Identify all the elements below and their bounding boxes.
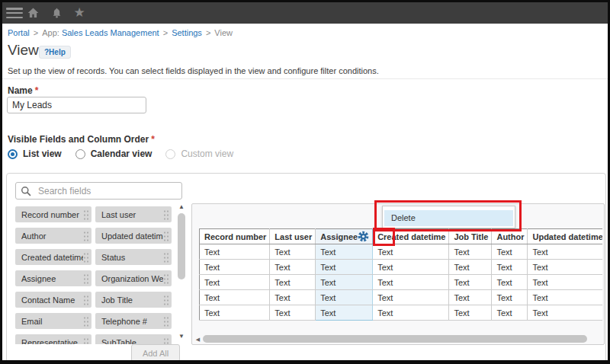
field-chip-label: Organization Website [101,274,163,283]
breadcrumb-item-sales-leads-management[interactable]: Sales Leads Management [62,28,159,37]
view-type-radio-group: List viewCalendar viewCustom view [8,148,233,159]
vertical-scrollbar-thumb[interactable] [178,213,185,279]
table-cell: Text [373,260,449,275]
table-cell: Text [492,244,528,260]
horizontal-scrollbar-thumb[interactable] [203,335,587,343]
view-settings-page: ★ Portal>App: Sales Leads Management>Set… [0,0,610,364]
radio-label: Calendar view [91,148,152,159]
field-chip-organization-website[interactable]: Organization Website [95,270,172,286]
visible-fields-label: Visible Fields and Column Order* [8,134,155,145]
field-chip-label: Record number [21,210,83,219]
radio-calendar-view[interactable]: Calendar view [75,148,152,159]
field-chip-record-number[interactable]: Record number [15,206,92,222]
scroll-up-arrow[interactable]: ▲ [176,202,187,211]
drag-handle-icon [83,337,88,344]
table-cell: Text [492,305,528,321]
drag-handle-icon [83,315,88,327]
table-cell: Text [270,244,316,260]
column-header-last-user[interactable]: Last user [270,229,316,244]
drag-handle-icon [83,230,88,241]
column-header-created-datetime[interactable]: Created datetime [373,229,449,244]
table-cell: Text [528,244,602,260]
column-options-menu: Delete [382,206,515,228]
column-header-job-title[interactable]: Job Title [449,229,492,244]
table-header-row: Record numberLast userAssigneeCreated da… [200,229,603,244]
field-chip-job-title[interactable]: Job Title [95,292,172,308]
page-title: View [8,42,39,59]
table-cell: Text [492,260,528,275]
radio-button-icon [75,149,85,159]
field-chip-label: Status [101,253,163,262]
table-cell: Text [528,290,602,305]
home-icon[interactable] [25,6,40,20]
table-cell: Text [492,290,528,305]
field-chip-label: Email [21,317,83,326]
breadcrumb-prefix: App: [42,28,62,37]
breadcrumb-item-settings[interactable]: Settings [172,28,202,37]
field-chip-label: Created datetime [21,253,83,262]
table-cell: Text [316,290,373,305]
table-cell: Text [200,275,270,290]
field-list-viewport: Record numberLast userAuthorUpdated date… [15,202,172,344]
gear-icon[interactable] [358,231,369,242]
drag-handle-icon [163,337,169,344]
field-chip-last-user[interactable]: Last user [95,206,172,222]
column-header-assignee[interactable]: Assignee [316,229,373,244]
breadcrumb-separator: > [206,28,210,37]
breadcrumb-item-view: View [214,28,233,37]
table-cell: Text [373,305,449,321]
field-chip-updated-datetime[interactable]: Updated datetime [95,228,172,244]
star-icon[interactable]: ★ [72,6,87,20]
bell-icon[interactable] [49,6,64,20]
field-chip-label: Author [21,231,83,241]
breadcrumb-item-portal[interactable]: Portal [8,28,30,37]
menu-item-delete[interactable]: Delete [384,210,513,226]
column-header-author[interactable]: Author [492,229,528,244]
field-chip-label: Job Title [101,295,163,305]
table-cell: Text [373,275,449,290]
table-cell: Text [449,275,492,290]
field-chip-author[interactable]: Author [15,228,92,244]
field-chip-created-datetime[interactable]: Created datetime [15,249,92,265]
preview-table: Record numberLast userAssigneeCreated da… [199,228,602,321]
table-cell: Text [373,290,449,305]
table-cell: Text [449,290,492,305]
table-cell: Text [316,260,373,275]
hamburger-menu-icon[interactable] [6,8,23,18]
add-all-button[interactable]: Add All [131,344,180,362]
column-header-label: Assignee [320,232,358,241]
table-cell: Text [200,244,270,260]
drag-handle-icon [163,251,169,263]
search-fields-input[interactable] [37,185,177,197]
radio-custom-view: Custom view [165,148,233,159]
field-chip-subtable[interactable]: SubTable [95,334,172,344]
radio-list-view[interactable]: List view [8,148,62,159]
help-link[interactable]: ?Help [39,46,71,59]
field-chip-contact-name[interactable]: Contact Name [15,292,92,308]
field-chip-assignee[interactable]: Assignee [15,270,92,286]
scroll-down-arrow[interactable]: ▼ [176,331,187,340]
radio-label: List view [23,148,62,159]
field-chip-telephone[interactable]: Telephone # [95,313,172,329]
section-divider [2,78,608,79]
drag-handle-icon [163,209,169,220]
drag-handle-icon [83,251,88,263]
table-cell: Text [200,305,270,321]
field-chip-representative[interactable]: Representative [15,334,92,344]
field-chip-email[interactable]: Email [15,313,92,329]
scroll-left-arrow[interactable]: ◀ [194,335,202,343]
radio-label: Custom view [181,148,233,159]
preview-table-clip: Record numberLast userAssigneeCreated da… [199,228,602,329]
search-fields-box [15,182,182,200]
table-row: TextTextTextTextTextTextText [200,290,603,305]
required-asterisk: * [151,134,155,145]
table-cell: Text [528,275,602,290]
column-header-record-number[interactable]: Record number [200,229,270,244]
table-row: TextTextTextTextTextTextText [200,275,603,290]
name-input[interactable] [7,97,146,113]
radio-button-icon [165,149,175,159]
field-chip-status[interactable]: Status [95,249,172,265]
table-cell: Text [528,260,602,275]
table-cell: Text [449,305,492,321]
column-header-updated-datetime[interactable]: Updated datetime [528,229,602,244]
